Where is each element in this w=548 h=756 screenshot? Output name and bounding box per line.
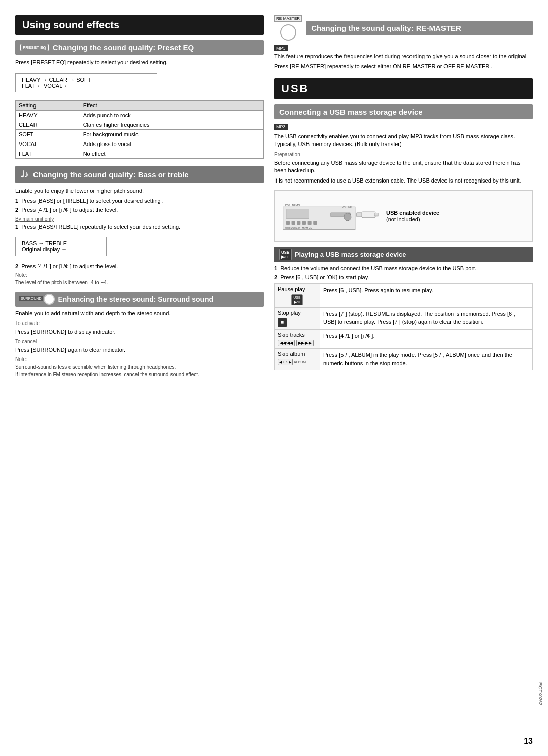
mp3-badge: MP3	[274, 45, 288, 51]
remaster-title-text: Changing the sound quality: RE-MASTER	[311, 24, 461, 32]
device-svg: DV/ DEMO USB MUSIC.P. FM/AM CD VOLUME	[280, 196, 381, 236]
preset-eq-table: Setting Effect HEAVYAdds punch to rockCL…	[15, 100, 264, 159]
bass-treble-note-label: Note:	[15, 272, 264, 278]
remaster-header-row: RE-MASTER Changing the sound quality: RE…	[274, 15, 533, 41]
bass-treble-header: ♩♪ Changing the sound quality: Bass or t…	[15, 166, 264, 183]
setting-cell: FLAT	[16, 149, 80, 159]
step-num: 1	[15, 224, 18, 230]
op-desc-cell: Press [7 ] (stop). RESUME is displayed. …	[320, 307, 533, 329]
by-main-unit-label: By main unit only	[15, 216, 264, 222]
table-row: HEAVYAdds punch to rock	[16, 111, 264, 120]
bass-treble-body: Enable you to enjoy the lower or higher …	[15, 187, 264, 195]
surround-note-label: Note:	[15, 356, 264, 362]
step2-text: Press [4 /1 ] or [i /¢ ] to adjust the l…	[21, 207, 118, 213]
usb-mp3-badge-item: MP3	[274, 124, 288, 130]
op-name-cell: Stop play■	[275, 307, 320, 329]
svg-rect-8	[308, 221, 312, 225]
step1-text: Press [BASS] or [TREBLE] to select your …	[21, 198, 164, 204]
usb-device-label1: USB enabled device	[386, 210, 439, 216]
svg-rect-10	[357, 213, 362, 217]
svg-rect-12	[374, 213, 378, 215]
flow-line1: HEAVY → CLEAR → SOFT	[22, 77, 151, 83]
svg-rect-9	[313, 221, 317, 225]
music-note-icon: ♩♪	[20, 169, 29, 180]
preset-eq-header: PRESET EQ Changing the sound quality: Pr…	[15, 40, 264, 55]
to-cancel-label: To cancel	[15, 339, 264, 344]
play-step2-text: Press [6 , USB] or [OK] to start play.	[280, 274, 369, 280]
op-desc-cell: Press [6 , USB]. Press again to resume p…	[320, 283, 533, 307]
remaster-icon-area: RE-MASTER	[274, 15, 302, 41]
op-desc-cell: Press [5 / , ALBUM] in the play mode. Pr…	[320, 348, 533, 370]
surround-icons: SURROUND	[19, 294, 55, 305]
step-num: 2	[15, 263, 18, 269]
preset-eq-title: Changing the sound quality: Preset EQ	[53, 43, 194, 52]
bass-treble-title: Changing the sound quality: Bass or treb…	[33, 170, 189, 179]
remaster-circle-icon	[280, 24, 296, 41]
effect-cell: Adds punch to rock	[80, 111, 263, 120]
surround-circle-icon	[44, 294, 55, 305]
prep-line2: It is not recommended to use a USB exten…	[274, 177, 533, 185]
svg-rect-11	[362, 212, 375, 218]
step2b-text: Press [4 /1 ] or [i /¢ ] to adjust the l…	[21, 263, 118, 269]
right-column: RE-MASTER Changing the sound quality: RE…	[274, 15, 533, 741]
surround-note-line1: Surround-sound is less discernible when …	[15, 364, 264, 370]
play-step1: 1 Reduce the volume and connect the USB …	[274, 265, 533, 271]
ops-row: Pause play USB▶/II Press [6 , USB]. Pres…	[275, 283, 533, 307]
flow2-line1: BASS → TREBLE	[22, 240, 100, 246]
remaster-body: This feature reproduces the frequencies …	[274, 53, 533, 60]
device-labels: USB enabled device (not included)	[386, 210, 439, 222]
to-activate-label: To activate	[15, 320, 264, 326]
svg-rect-6	[297, 221, 300, 225]
usb-device-label2: (not included)	[386, 216, 439, 222]
effect-cell: Adds gloss to vocal	[80, 139, 263, 149]
setting-cell: SOFT	[16, 130, 80, 139]
remaster-mp3-badge: MP3	[274, 45, 533, 53]
svg-text:DV/: DV/	[285, 204, 290, 207]
step2: 2 Press [4 /1 ] or [i /¢ ] to adjust the…	[15, 207, 264, 213]
main-title: Using sound effects	[15, 15, 264, 35]
step-num: 2	[274, 274, 277, 280]
to-cancel-text: Press [SURROUND] again to clear indicato…	[15, 346, 264, 354]
usb-play-icon: USB▶/II	[279, 249, 292, 260]
table-header-effect: Effect	[80, 101, 263, 111]
bass-treble-steps2: 1 Press [BASS/TREBLE] repeatedly to sele…	[15, 224, 264, 230]
svg-rect-5	[292, 221, 295, 225]
table-row: VOCALAdds gloss to vocal	[16, 139, 264, 149]
surround-body: Enable you to add natural width and dept…	[15, 310, 264, 317]
effect-cell: Clari es higher frequencies	[80, 120, 263, 130]
preparation-label: Preparation	[274, 152, 533, 157]
step-num: 1	[274, 265, 277, 271]
svg-text:VOLUME: VOLUME	[342, 206, 352, 209]
effect-cell: For background music	[80, 130, 263, 139]
connecting-title: Connecting a USB mass storage device	[279, 107, 423, 116]
flow2-line2: Original display ←	[22, 246, 100, 253]
op-name-cell: Skip tracks ◀◀/◀◀ ▶▶/▶▶	[275, 329, 320, 348]
bass-treble-flow: BASS → TREBLE Original display ←	[15, 237, 107, 256]
usb-body1: The USB connectivity enables you to conn…	[274, 133, 533, 149]
playing-title: Playing a USB mass storage device	[295, 250, 406, 258]
table-row: FLATNo effect	[16, 149, 264, 159]
step-num: 2	[15, 207, 18, 213]
op-desc-cell: Press [4 /1 ] or [i /¢ ].	[320, 329, 533, 348]
setting-cell: VOCAL	[16, 139, 80, 149]
table-row: SOFTFor background music	[16, 130, 264, 139]
svg-text:DEMO: DEMO	[292, 204, 300, 207]
usb-title: USB	[274, 78, 533, 99]
surround-badge: SURROUND	[19, 296, 43, 301]
preset-eq-icon: PRESET EQ	[20, 44, 49, 51]
svg-rect-7	[302, 221, 306, 225]
ops-table: Pause play USB▶/II Press [6 , USB]. Pres…	[274, 283, 533, 370]
connecting-header: Connecting a USB mass storage device	[274, 104, 533, 119]
play-step2: 2 Press [6 , USB] or [OK] to start play.	[274, 274, 533, 280]
setting-cell: HEAVY	[16, 111, 80, 120]
usb-mp3-badge: MP3	[274, 123, 533, 131]
surround-title: Enhancing the stereo sound: Surround sou…	[58, 295, 213, 303]
to-activate-text: Press [SURROUND] to display indicator.	[15, 328, 264, 336]
playing-steps: 1 Reduce the volume and connect the USB …	[274, 265, 533, 280]
setting-cell: CLEAR	[16, 120, 80, 130]
svg-text:USB  MUSIC.P.  FM/AM  CD: USB MUSIC.P. FM/AM CD	[285, 227, 312, 229]
bass-treble-step2b: 2 Press [4 /1 ] or [i /¢ ] to adjust the…	[15, 263, 264, 269]
left-column: Using sound effects PRESET EQ Changing t…	[15, 15, 264, 741]
surround-note-line2: If interference in FM stereo reception i…	[15, 372, 264, 377]
svg-rect-1	[286, 209, 309, 218]
